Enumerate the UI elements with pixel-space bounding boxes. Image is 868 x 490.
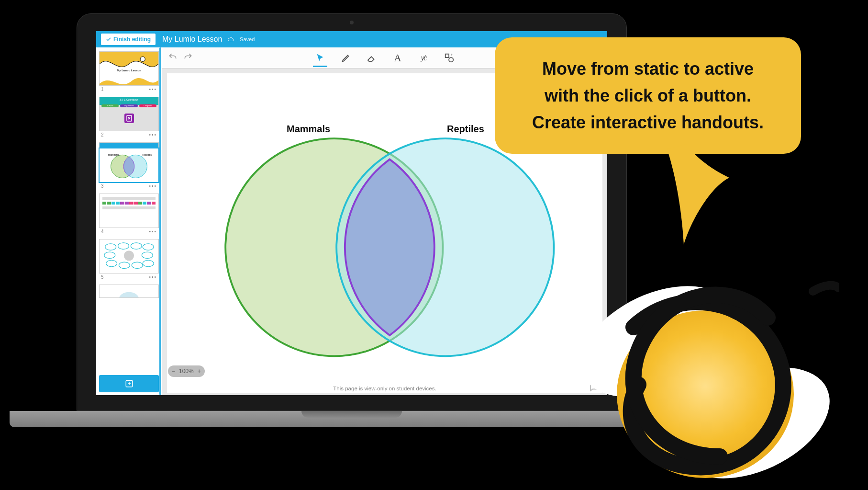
slide-rail: My Lumio Lesson 1 ••• 3-2-1, Countdown bbox=[96, 47, 162, 395]
thumb2-number: 2 bbox=[101, 132, 104, 137]
svg-point-10 bbox=[106, 260, 117, 266]
slide-thumb-3[interactable]: Mammals Reptiles 3 ••• bbox=[99, 148, 159, 192]
math-icon: y∕c bbox=[421, 54, 426, 62]
zoom-out-icon[interactable]: − bbox=[172, 368, 175, 375]
thumb1-title: My Lumio Lesson bbox=[117, 68, 141, 72]
svg-point-8 bbox=[104, 252, 115, 258]
pen-icon bbox=[341, 53, 351, 63]
slide-thumb-2[interactable]: 3-2-1, Countdown 3 Facts 2 Questions 1 B… bbox=[99, 97, 159, 140]
tool-text[interactable]: A bbox=[391, 50, 404, 66]
thumb5-menu-icon[interactable]: ••• bbox=[149, 274, 157, 280]
bubble-line-1: Move from static to active bbox=[517, 56, 779, 82]
thumb2-pill-1: 3 Facts bbox=[101, 104, 119, 107]
tool-eraser[interactable] bbox=[366, 50, 378, 66]
zoom-in-icon[interactable]: + bbox=[198, 368, 201, 375]
bubble-line-3: Create interactive handouts. bbox=[517, 109, 779, 136]
cloud-icon bbox=[228, 37, 234, 42]
speech-bubble: Move from static to active with the clic… bbox=[495, 37, 801, 154]
slide-thumb-1[interactable]: My Lumio Lesson 1 ••• bbox=[99, 51, 159, 95]
thumb6-peek-art bbox=[100, 285, 158, 297]
camera-dot bbox=[350, 21, 354, 24]
shapes-icon: + bbox=[444, 53, 455, 63]
svg-point-13 bbox=[143, 260, 154, 266]
svg-point-0 bbox=[140, 57, 145, 61]
rail-scrollbar[interactable] bbox=[159, 47, 161, 395]
thumb1-number: 1 bbox=[101, 87, 104, 92]
plus-icon bbox=[125, 379, 134, 388]
svg-point-11 bbox=[119, 262, 130, 268]
thumb4-number: 4 bbox=[101, 229, 104, 234]
finish-editing-label: Finish editing bbox=[113, 36, 151, 43]
thumb5-bubbles bbox=[101, 241, 156, 271]
text-icon: A bbox=[394, 52, 401, 64]
thumb3-number: 3 bbox=[101, 183, 104, 189]
add-page-button[interactable] bbox=[99, 375, 159, 392]
thumb2-menu-icon[interactable]: ••• bbox=[149, 132, 157, 137]
svg-text:+: + bbox=[451, 53, 453, 57]
tool-math[interactable]: y∕c bbox=[417, 50, 430, 66]
tool-shapes[interactable]: + bbox=[443, 50, 456, 66]
slide-thumb-4[interactable]: 4 ••• bbox=[99, 194, 159, 237]
venn-label-left[interactable]: Mammals bbox=[287, 124, 330, 135]
thumb4-cells bbox=[102, 202, 156, 205]
save-status-label: - Saved bbox=[236, 36, 255, 42]
thumb3-left: Mammals bbox=[108, 153, 119, 156]
redo-icon[interactable] bbox=[183, 52, 193, 62]
speech-bubble-tail bbox=[657, 144, 744, 245]
thumb2-icon bbox=[124, 114, 134, 123]
eraser-icon bbox=[367, 53, 377, 63]
svg-rect-17 bbox=[445, 54, 449, 57]
svg-point-4 bbox=[105, 244, 116, 250]
zoom-control[interactable]: − 100% + bbox=[168, 365, 205, 377]
svg-point-5 bbox=[118, 243, 129, 249]
zoom-value: 100% bbox=[179, 368, 194, 375]
check-icon bbox=[106, 36, 111, 42]
svg-point-14 bbox=[124, 251, 134, 261]
svg-point-12 bbox=[132, 262, 143, 268]
svg-point-15 bbox=[119, 292, 139, 297]
svg-point-9 bbox=[142, 252, 153, 258]
lesson-title[interactable]: My Lumio Lesson bbox=[162, 35, 222, 44]
tool-pen[interactable] bbox=[340, 50, 352, 66]
save-status: - Saved bbox=[228, 36, 255, 42]
svg-point-6 bbox=[131, 243, 142, 249]
undo-icon[interactable] bbox=[168, 52, 178, 62]
thumb1-menu-icon[interactable]: ••• bbox=[149, 87, 157, 92]
thumb3-right: Reptiles bbox=[143, 153, 152, 156]
thumb2-title: 3-2-1, Countdown bbox=[100, 97, 158, 105]
bubble-line-2: with the click of a button. bbox=[517, 82, 779, 109]
thumb4-menu-icon[interactable]: ••• bbox=[149, 229, 157, 234]
slide-thumb-list[interactable]: My Lumio Lesson 1 ••• 3-2-1, Countdown bbox=[96, 47, 162, 372]
footer-note: This page is view-only on student device… bbox=[162, 386, 607, 391]
svg-point-7 bbox=[143, 244, 154, 250]
slide-thumb-3-selected-bar bbox=[99, 142, 159, 148]
slide-thumb-6-peek[interactable] bbox=[99, 285, 159, 298]
thumb5-number: 5 bbox=[101, 274, 104, 280]
tool-select[interactable] bbox=[314, 50, 326, 66]
slide-thumb-5[interactable]: 5 ••• bbox=[99, 239, 159, 283]
bee-mascot bbox=[543, 251, 839, 490]
thumb3-menu-icon[interactable]: ••• bbox=[149, 183, 157, 189]
svg-point-18 bbox=[449, 57, 453, 62]
finish-editing-button[interactable]: Finish editing bbox=[101, 34, 156, 45]
thumb2-pill-3: 1 Big Idea bbox=[139, 104, 156, 107]
thumb2-pill-2: 2 Questions bbox=[120, 104, 137, 107]
venn-label-right[interactable]: Reptiles bbox=[447, 124, 484, 135]
pointer-icon bbox=[315, 53, 325, 63]
